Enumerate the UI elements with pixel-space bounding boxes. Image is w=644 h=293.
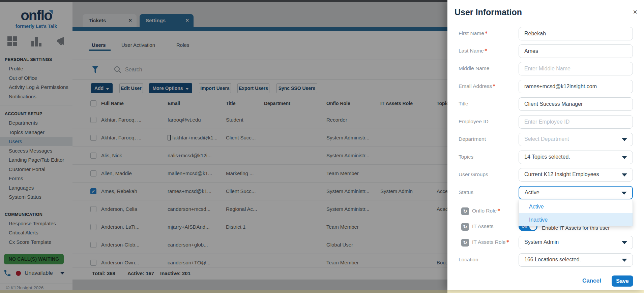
location-select[interactable]: 166 Locations selected.: [519, 253, 633, 267]
it-assets-label: IT Assets: [472, 223, 493, 229]
required-star: ✱: [485, 31, 488, 34]
required-star: ✱: [506, 239, 509, 243]
chevron-down-icon: [622, 156, 627, 159]
close-icon[interactable]: ×: [633, 9, 637, 15]
user-information-panel: User Information × First Name✱ Last Name…: [447, 0, 644, 290]
last-name-label: Last Name✱: [459, 48, 487, 54]
refresh-role-icon[interactable]: ↻: [461, 239, 469, 247]
panel-title: User Information: [455, 7, 522, 17]
app-window: onflo formerly Let's Talk PERSONAL SETTI…: [0, 0, 644, 293]
title-field[interactable]: [519, 97, 633, 111]
chevron-down-icon: [622, 241, 627, 244]
topics-select[interactable]: 14 Topics selected.: [519, 151, 633, 164]
topics-label: Topics: [459, 154, 473, 160]
first-name-field[interactable]: [519, 27, 633, 40]
status-select[interactable]: Active: [519, 186, 633, 199]
middle-name-label: Middle Name: [459, 65, 489, 71]
status-dropdown-list: ActiveInactive: [519, 200, 633, 226]
it-assets-role-label: IT Assets Role✱: [472, 239, 509, 245]
it-assets-role-select[interactable]: System Admin: [519, 236, 633, 249]
onflo-role-label: Onflo Role✱: [472, 208, 500, 214]
user-groups-select[interactable]: Current K12 Insight Employees: [519, 168, 633, 182]
title-label: Title: [459, 101, 468, 107]
cancel-button[interactable]: Cancel: [582, 278, 601, 284]
modal-dim-overlay[interactable]: [0, 0, 447, 293]
refresh-role-icon[interactable]: ↻: [461, 223, 469, 231]
last-name-field[interactable]: [519, 44, 633, 58]
department-select[interactable]: Select Department: [519, 133, 633, 146]
status-option-active[interactable]: Active: [519, 200, 633, 213]
email-address-label: Email Address✱: [459, 83, 495, 89]
department-label: Department: [459, 136, 486, 142]
employee-id-label: Employee ID: [459, 119, 489, 125]
required-star: ✱: [497, 208, 500, 212]
required-star: ✱: [493, 84, 495, 87]
status-label: Status: [459, 189, 473, 195]
status-option-inactive[interactable]: Inactive: [519, 213, 633, 226]
chevron-down-icon: [621, 192, 627, 195]
chevron-down-icon: [622, 173, 627, 176]
first-name-label: First Name✱: [459, 30, 488, 36]
middle-name-field[interactable]: [519, 62, 633, 75]
location-label: Location: [459, 257, 478, 263]
chevron-down-icon: [622, 138, 627, 141]
required-star: ✱: [485, 48, 487, 52]
refresh-role-icon[interactable]: ↻: [461, 207, 469, 215]
save-button[interactable]: Save: [612, 275, 633, 287]
chevron-down-icon: [622, 259, 627, 262]
employee-id-field[interactable]: [519, 115, 633, 129]
user-groups-label: User Groups: [459, 171, 488, 177]
email-address-field[interactable]: [519, 80, 633, 93]
